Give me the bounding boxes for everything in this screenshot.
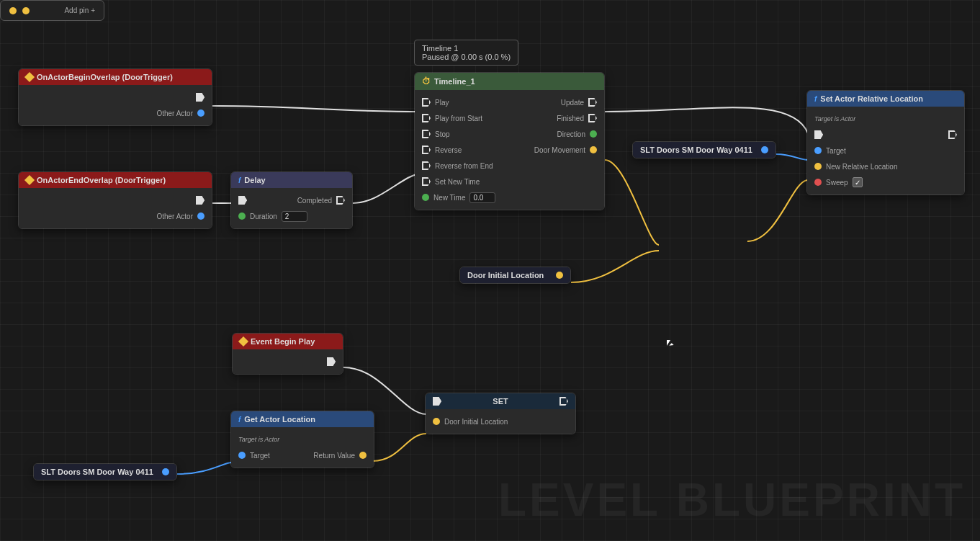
event-begin-exec-row [233,354,343,370]
set-body: Door Initial Location [426,409,575,434]
timeline-rfe-row: Reverse from End [415,158,604,174]
timeline-newtime-input[interactable] [469,192,495,203]
delay-header: f Delay [231,172,352,188]
set-actor-rel-sweep-check[interactable]: ✓ [853,177,863,187]
timeline-play-row: Play Update [415,94,604,110]
delay-duration-pin[interactable] [238,213,246,220]
set-header: SET [426,393,575,409]
node-slt-top: SLT Doors SM Door Way 0411 [632,141,776,158]
set-actor-rel-subtitle: Target is Actor [814,115,855,122]
set-actor-rel-sweep-row: Sweep ✓ [807,174,964,190]
delay-exec-row: Completed [231,192,352,208]
timeline-direction-label: Direction [557,130,585,138]
timeline-update-pin[interactable] [588,98,597,107]
timeline-newtime-row: New Time [415,189,604,205]
get-actor-loc-return-pin[interactable] [359,452,367,459]
set-title: SET [445,397,556,406]
begin-overlap-actor-pin[interactable] [197,109,204,117]
door-loc-pin[interactable] [556,272,563,279]
set-doorloc-pin[interactable] [433,418,440,425]
set-actor-rel-newloc-label: New Relative Location [826,163,898,171]
end-overlap-header: OnActorEndOverlap (DoorTrigger) [19,172,212,188]
event-begin-header: Event Begin Play [233,334,343,349]
timeline-newtime-pin[interactable] [422,194,429,201]
set-actor-rel-sweep-pin[interactable] [814,179,822,186]
timeline-stop-in[interactable] [422,130,431,138]
node-slt-bottom: SLT Doors SM Door Way 0411 [33,463,177,480]
timeline-direction-pin[interactable] [590,130,597,138]
end-overlap-actor-pin[interactable] [197,213,204,220]
end-overlap-exec-out[interactable] [196,196,204,205]
set-actor-fn-icon: f [814,95,817,103]
delay-exec-in[interactable] [238,196,247,205]
timeline-play-in[interactable] [422,98,431,107]
get-actor-loc-target-pin[interactable] [238,452,246,459]
node-event-begin: Event Begin Play [232,333,343,375]
event-begin-body [233,349,343,374]
end-overlap-actor-row: Other Actor [19,208,212,224]
add-pin-label[interactable]: Add pin + [64,6,95,14]
set-actor-rel-newloc-row: New Relative Location [807,158,964,174]
delay-completed-label: Completed [297,197,332,205]
event-begin-title: Event Begin Play [251,337,315,346]
timeline-tooltip: Timeline 1 Paused @ 0.00 s (0.0 %) [414,40,518,66]
begin-overlap-exec-row [19,89,212,105]
event-begin-exec-out[interactable] [327,357,336,366]
add-pin-content: Add pin + [9,6,95,14]
node-set: SET Door Initial Location [425,393,576,434]
set-actor-rel-subtitle-row: Target is Actor [807,111,964,127]
set-actor-rel-exec-row [807,127,964,143]
node-end-overlap: OnActorEndOverlap (DoorTrigger) Other Ac… [18,171,212,229]
begin-overlap-title: OnActorBeginOverlap (DoorTrigger) [37,73,173,81]
timeline-update-label: Update [561,99,584,107]
node-door-loc: Door Initial Location [459,267,571,284]
timeline-snt-in[interactable] [422,177,431,186]
timeline-reverse-in[interactable] [422,146,431,154]
begin-overlap-header: OnActorBeginOverlap (DoorTrigger) [19,69,212,85]
set-actor-rel-exec-out[interactable] [948,130,957,139]
delay-duration-label: Duration [250,213,277,220]
get-actor-loc-header: f Get Actor Location [231,411,374,427]
timeline-pfs-in[interactable] [422,114,431,122]
watermark: LEVEL BLUEPRINT [498,473,966,527]
slt-bottom-pin[interactable] [162,468,169,475]
get-actor-loc-body: Target is Actor Target Return Value [231,427,374,468]
get-actor-loc-target-row: Target Return Value [231,447,374,463]
node-timeline: ⏱ Timeline_1 Play Update Play from Start… [414,72,605,210]
timeline-snt-label: Set New Time [435,178,480,186]
event-icon [24,72,35,82]
end-overlap-body: Other Actor [19,188,212,228]
timeline-finished-label: Finished [557,115,584,122]
door-loc-header: Door Initial Location [460,267,570,283]
timeline-rfe-in[interactable] [422,161,431,170]
event-icon2 [24,175,35,185]
add-pin-in1[interactable] [9,7,17,14]
set-exec-in[interactable] [433,397,441,406]
end-overlap-exec-row [19,192,212,208]
delay-duration-row: Duration [231,208,352,224]
timeline-title: Timeline_1 [434,77,475,86]
delay-duration-input[interactable] [282,211,307,222]
set-actor-rel-target-pin[interactable] [814,147,822,154]
timeline-newtime-label: New Time [433,194,465,202]
set-actor-rel-body: Target is Actor Target New Relative Loca… [807,107,964,195]
timeline-finished-pin[interactable] [588,114,597,122]
slt-top-label: SLT Doors SM Door Way 0411 [640,146,752,154]
timeline-snt-row: Set New Time [415,174,604,189]
timeline-stop-label: Stop [435,130,450,138]
begin-overlap-exec-out[interactable] [196,93,204,102]
slt-top-pin[interactable] [761,146,768,153]
delay-completed-pin[interactable] [336,196,345,205]
end-overlap-actor-label: Other Actor [156,213,193,220]
timeline-doormovement-pin[interactable] [590,146,597,153]
tooltip-line1: Timeline 1 [422,44,511,53]
set-exec-out[interactable] [559,397,568,406]
set-actor-rel-newloc-pin[interactable] [814,163,822,170]
get-actor-fn-icon: f [238,416,240,424]
add-pin-in2[interactable] [22,7,30,14]
timeline-reverse-label: Reverse [435,146,462,154]
set-actor-rel-target-row: Target [807,143,964,158]
begin-overlap-actor-row: Other Actor [19,105,212,121]
door-loc-label: Door Initial Location [467,271,544,280]
set-actor-rel-exec-in[interactable] [814,130,823,139]
